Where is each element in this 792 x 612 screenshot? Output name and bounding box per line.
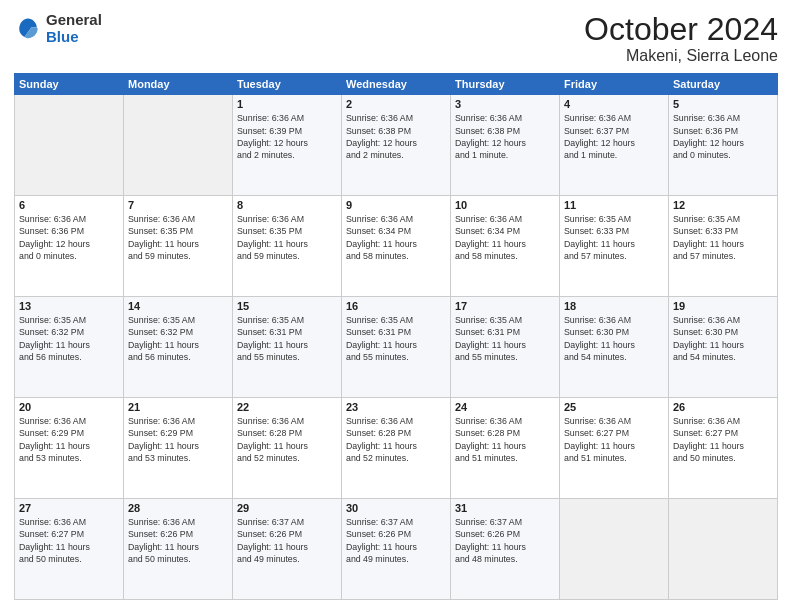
day-number: 1 [237, 98, 337, 110]
header-day-wednesday: Wednesday [342, 74, 451, 95]
day-number: 14 [128, 300, 228, 312]
calendar-body: 1Sunrise: 6:36 AM Sunset: 6:39 PM Daylig… [15, 95, 778, 600]
day-info: Sunrise: 6:36 AM Sunset: 6:26 PM Dayligh… [128, 516, 228, 565]
calendar-cell: 26Sunrise: 6:36 AM Sunset: 6:27 PM Dayli… [669, 398, 778, 499]
title-section: October 2024 Makeni, Sierra Leone [584, 12, 778, 65]
day-number: 25 [564, 401, 664, 413]
calendar-cell: 3Sunrise: 6:36 AM Sunset: 6:38 PM Daylig… [451, 95, 560, 196]
calendar-cell: 12Sunrise: 6:35 AM Sunset: 6:33 PM Dayli… [669, 196, 778, 297]
day-number: 6 [19, 199, 119, 211]
day-number: 13 [19, 300, 119, 312]
location-title: Makeni, Sierra Leone [584, 47, 778, 65]
calendar-cell: 28Sunrise: 6:36 AM Sunset: 6:26 PM Dayli… [124, 499, 233, 600]
calendar-cell: 30Sunrise: 6:37 AM Sunset: 6:26 PM Dayli… [342, 499, 451, 600]
day-number: 15 [237, 300, 337, 312]
day-number: 16 [346, 300, 446, 312]
month-title: October 2024 [584, 12, 778, 47]
calendar-cell: 25Sunrise: 6:36 AM Sunset: 6:27 PM Dayli… [560, 398, 669, 499]
day-info: Sunrise: 6:36 AM Sunset: 6:35 PM Dayligh… [128, 213, 228, 262]
header-row: SundayMondayTuesdayWednesdayThursdayFrid… [15, 74, 778, 95]
day-info: Sunrise: 6:37 AM Sunset: 6:26 PM Dayligh… [455, 516, 555, 565]
day-info: Sunrise: 6:37 AM Sunset: 6:26 PM Dayligh… [346, 516, 446, 565]
day-info: Sunrise: 6:35 AM Sunset: 6:33 PM Dayligh… [564, 213, 664, 262]
day-number: 21 [128, 401, 228, 413]
calendar-table: SundayMondayTuesdayWednesdayThursdayFrid… [14, 73, 778, 600]
day-number: 17 [455, 300, 555, 312]
day-number: 26 [673, 401, 773, 413]
calendar-cell: 9Sunrise: 6:36 AM Sunset: 6:34 PM Daylig… [342, 196, 451, 297]
day-info: Sunrise: 6:36 AM Sunset: 6:37 PM Dayligh… [564, 112, 664, 161]
day-number: 10 [455, 199, 555, 211]
calendar-cell: 18Sunrise: 6:36 AM Sunset: 6:30 PM Dayli… [560, 297, 669, 398]
day-info: Sunrise: 6:36 AM Sunset: 6:28 PM Dayligh… [455, 415, 555, 464]
header-day-saturday: Saturday [669, 74, 778, 95]
calendar-cell [669, 499, 778, 600]
day-info: Sunrise: 6:36 AM Sunset: 6:36 PM Dayligh… [673, 112, 773, 161]
logo-general: General [46, 12, 102, 29]
calendar-cell: 16Sunrise: 6:35 AM Sunset: 6:31 PM Dayli… [342, 297, 451, 398]
day-number: 29 [237, 502, 337, 514]
calendar-cell: 1Sunrise: 6:36 AM Sunset: 6:39 PM Daylig… [233, 95, 342, 196]
day-number: 28 [128, 502, 228, 514]
day-info: Sunrise: 6:36 AM Sunset: 6:38 PM Dayligh… [455, 112, 555, 161]
calendar-cell [124, 95, 233, 196]
calendar-cell: 6Sunrise: 6:36 AM Sunset: 6:36 PM Daylig… [15, 196, 124, 297]
day-number: 30 [346, 502, 446, 514]
day-number: 4 [564, 98, 664, 110]
calendar-cell: 11Sunrise: 6:35 AM Sunset: 6:33 PM Dayli… [560, 196, 669, 297]
calendar-cell: 8Sunrise: 6:36 AM Sunset: 6:35 PM Daylig… [233, 196, 342, 297]
day-number: 23 [346, 401, 446, 413]
day-info: Sunrise: 6:36 AM Sunset: 6:29 PM Dayligh… [19, 415, 119, 464]
day-info: Sunrise: 6:36 AM Sunset: 6:28 PM Dayligh… [237, 415, 337, 464]
day-info: Sunrise: 6:35 AM Sunset: 6:31 PM Dayligh… [346, 314, 446, 363]
header-day-friday: Friday [560, 74, 669, 95]
calendar-cell: 29Sunrise: 6:37 AM Sunset: 6:26 PM Dayli… [233, 499, 342, 600]
week-row-2: 13Sunrise: 6:35 AM Sunset: 6:32 PM Dayli… [15, 297, 778, 398]
calendar-cell: 23Sunrise: 6:36 AM Sunset: 6:28 PM Dayli… [342, 398, 451, 499]
calendar-cell: 2Sunrise: 6:36 AM Sunset: 6:38 PM Daylig… [342, 95, 451, 196]
header: General Blue October 2024 Makeni, Sierra… [14, 12, 778, 65]
day-number: 5 [673, 98, 773, 110]
calendar-cell: 13Sunrise: 6:35 AM Sunset: 6:32 PM Dayli… [15, 297, 124, 398]
day-number: 2 [346, 98, 446, 110]
calendar-cell: 10Sunrise: 6:36 AM Sunset: 6:34 PM Dayli… [451, 196, 560, 297]
week-row-1: 6Sunrise: 6:36 AM Sunset: 6:36 PM Daylig… [15, 196, 778, 297]
day-number: 22 [237, 401, 337, 413]
day-info: Sunrise: 6:36 AM Sunset: 6:27 PM Dayligh… [564, 415, 664, 464]
day-info: Sunrise: 6:36 AM Sunset: 6:34 PM Dayligh… [346, 213, 446, 262]
day-number: 7 [128, 199, 228, 211]
day-info: Sunrise: 6:36 AM Sunset: 6:29 PM Dayligh… [128, 415, 228, 464]
day-number: 11 [564, 199, 664, 211]
page: General Blue October 2024 Makeni, Sierra… [0, 0, 792, 612]
calendar-cell: 24Sunrise: 6:36 AM Sunset: 6:28 PM Dayli… [451, 398, 560, 499]
day-number: 27 [19, 502, 119, 514]
logo: General Blue [14, 12, 102, 45]
day-info: Sunrise: 6:36 AM Sunset: 6:27 PM Dayligh… [19, 516, 119, 565]
day-info: Sunrise: 6:35 AM Sunset: 6:32 PM Dayligh… [19, 314, 119, 363]
logo-icon [14, 15, 42, 43]
calendar-cell: 22Sunrise: 6:36 AM Sunset: 6:28 PM Dayli… [233, 398, 342, 499]
day-number: 20 [19, 401, 119, 413]
day-info: Sunrise: 6:36 AM Sunset: 6:30 PM Dayligh… [564, 314, 664, 363]
header-day-monday: Monday [124, 74, 233, 95]
day-number: 18 [564, 300, 664, 312]
week-row-4: 27Sunrise: 6:36 AM Sunset: 6:27 PM Dayli… [15, 499, 778, 600]
header-day-thursday: Thursday [451, 74, 560, 95]
day-info: Sunrise: 6:36 AM Sunset: 6:27 PM Dayligh… [673, 415, 773, 464]
day-info: Sunrise: 6:36 AM Sunset: 6:28 PM Dayligh… [346, 415, 446, 464]
logo-text: General Blue [46, 12, 102, 45]
calendar-cell: 17Sunrise: 6:35 AM Sunset: 6:31 PM Dayli… [451, 297, 560, 398]
day-info: Sunrise: 6:36 AM Sunset: 6:39 PM Dayligh… [237, 112, 337, 161]
day-number: 9 [346, 199, 446, 211]
day-info: Sunrise: 6:35 AM Sunset: 6:32 PM Dayligh… [128, 314, 228, 363]
calendar-cell: 15Sunrise: 6:35 AM Sunset: 6:31 PM Dayli… [233, 297, 342, 398]
calendar-header: SundayMondayTuesdayWednesdayThursdayFrid… [15, 74, 778, 95]
day-number: 12 [673, 199, 773, 211]
day-info: Sunrise: 6:36 AM Sunset: 6:35 PM Dayligh… [237, 213, 337, 262]
day-number: 19 [673, 300, 773, 312]
week-row-0: 1Sunrise: 6:36 AM Sunset: 6:39 PM Daylig… [15, 95, 778, 196]
calendar-cell: 19Sunrise: 6:36 AM Sunset: 6:30 PM Dayli… [669, 297, 778, 398]
day-number: 24 [455, 401, 555, 413]
calendar-cell: 20Sunrise: 6:36 AM Sunset: 6:29 PM Dayli… [15, 398, 124, 499]
logo-blue: Blue [46, 29, 102, 46]
